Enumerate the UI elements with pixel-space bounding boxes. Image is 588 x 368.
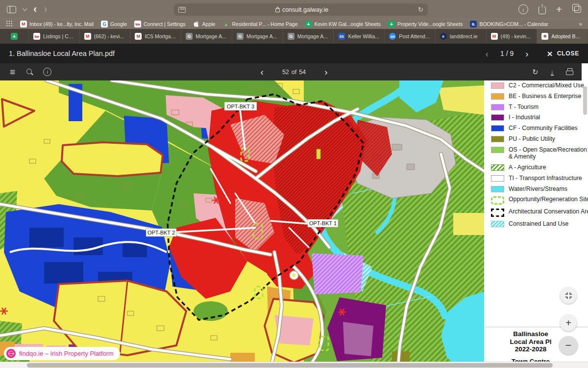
legend-item: CF - Community Facilities [491, 125, 588, 132]
bookmark-sheets[interactable]: +Property Vide...oogle Sheets [388, 21, 463, 27]
findqo-watermark: findqo.ie – Irish Property Platform [4, 347, 120, 360]
legend-label-line: I - Industrial [509, 114, 540, 121]
legend-label-line: CF - Community Facilities [509, 125, 578, 132]
bookmark-kw[interactable]: kwConnect | Settings [134, 21, 186, 28]
legend-label-line: Constrained Land Use [509, 220, 568, 228]
legend-label: Water/Rivers/Streams [509, 185, 567, 193]
horizontal-scrollbar-thumb[interactable] [27, 363, 553, 368]
bookmark-apple[interactable]: Apple [193, 20, 216, 28]
legend-label: Architectural Conservation Area [509, 208, 588, 215]
bookmark-tree[interactable]: ▲Residential P... - Home Page [222, 21, 297, 27]
forward-button[interactable]: › [44, 0, 47, 19]
legend-label: PU - Public Utility [509, 135, 555, 143]
tab-mortgage-a[interactable]: GMortgage A... [232, 29, 283, 44]
pdf-page-content: OPT-BKT 3 OPT-BKT 2 OPT-BKT 1 findqo.ie … [0, 80, 588, 368]
doc-next-icon[interactable]: › [525, 49, 528, 58]
pdf-toolbar: ≡ i ‹ 52 of 54 › ↻ ↓ [0, 63, 588, 80]
share-icon[interactable]: ↑ [539, 6, 546, 14]
tab-post-attende[interactable]: zmPost Attende... [385, 29, 436, 44]
legend-label: TI - Transport Infrastructure [509, 175, 582, 182]
download-icon[interactable]: ↓ [551, 68, 554, 76]
reader-icon[interactable] [178, 7, 186, 13]
new-tab-button[interactable]: + [556, 3, 562, 15]
url-text: consult.galway.ie [282, 6, 328, 13]
legend-label-line: & Amenity [509, 153, 587, 160]
tab-mortgage-a[interactable]: GMortgage A... [181, 29, 232, 44]
horizontal-scrollbar[interactable] [0, 362, 588, 368]
legend-label: T - Tourism [509, 104, 539, 111]
tab-ics-mortgag[interactable]: MICS Mortgag... [130, 29, 181, 44]
page-next-icon[interactable]: › [324, 67, 327, 77]
legend-item: PU - Public Utility [491, 135, 588, 143]
legend-item: I - Industrial [491, 114, 588, 121]
fit-screen-button[interactable] [560, 287, 577, 304]
page-current: 52 [282, 69, 289, 76]
nav-right-group: ↓ ↑ + [518, 0, 581, 19]
legend-label-line: TI - Transport Infrastructure [509, 175, 582, 182]
page-prev-icon[interactable]: ‹ [261, 67, 264, 77]
adopted-icon: ❖ [541, 33, 548, 40]
reload-icon[interactable]: ↻ [418, 6, 423, 13]
bookmark-label: Property Vide...oogle Sheets [397, 21, 463, 27]
tab-adopted-ball[interactable]: ❖Adopted Ball... [537, 29, 588, 44]
tab-strip: +kwListings | Co...M(662) - kevi...MICS … [0, 29, 588, 44]
downloads-icon[interactable]: ↓ [518, 4, 528, 14]
ed-icon: ED [338, 33, 345, 40]
tab-keller-willia[interactable]: EDKeller Willia... [334, 29, 385, 44]
tab-label: Mortgage A... [297, 33, 328, 39]
tab-overview-icon[interactable] [574, 6, 581, 13]
gmail-icon: M [135, 33, 142, 40]
opt-bkt-2-label: OPT-BKT 2 [147, 230, 175, 236]
close-button[interactable]: × CLOSE [547, 49, 579, 58]
tab-label: (49) - kevin... [501, 33, 531, 39]
tab-49-kevin[interactable]: M(49) - kevin... [487, 29, 538, 44]
legend-item: BE - Business & Enterprise [491, 93, 588, 100]
tab-label: Listings | Co... [43, 33, 75, 39]
bookmark-grid[interactable] [6, 20, 13, 28]
legend-label: Constrained Land Use [509, 220, 568, 228]
bookmarks-overflow-icon[interactable]: » [579, 21, 582, 27]
zoom-out-button[interactable]: − [559, 336, 578, 355]
address-bar[interactable]: consult.galway.ie ↻ [174, 3, 428, 16]
bookmark-booking[interactable]: B.BOOKING>COM... - Calendar [470, 21, 548, 28]
print-icon[interactable] [566, 70, 573, 76]
legend-item: T - Tourism [491, 104, 588, 111]
tab-mortgage-a[interactable]: GMortgage A... [283, 29, 334, 44]
info-icon[interactable]: i [43, 68, 51, 76]
menu-icon[interactable]: ≡ [10, 67, 15, 77]
doc-prev-icon[interactable]: ‹ [486, 49, 489, 58]
tab-662-kevi[interactable]: M(662) - kevi... [80, 29, 131, 44]
legend-label: Opportunity/Regeneration Site [509, 196, 588, 203]
zoning-map[interactable]: OPT-BKT 3 OPT-BKT 2 OPT-BKT 1 findqo.ie … [0, 80, 484, 368]
legend-item: A - Agriculture [491, 164, 588, 171]
legend-swatch-solid [491, 186, 504, 192]
legend-swatch-solid [491, 136, 504, 142]
search-icon[interactable] [26, 69, 32, 74]
legend-panel: C2 - Commercial/Mixed UseBE - Business &… [484, 80, 588, 368]
legend-label-line: OS - Open Space/Recreation [509, 146, 587, 154]
legend-label: I - Industrial [509, 114, 540, 121]
zone-tourism [312, 253, 364, 294]
legend-swatch-outline [491, 175, 504, 182]
tab-landdirect-ie[interactable]: landdirect.ie [436, 29, 487, 44]
pdf-overlay-header: 1. Ballinasloe Local Area Plan.pdf ‹ 1 /… [0, 44, 588, 63]
rotate-icon[interactable]: ↻ [532, 68, 539, 77]
tab-listings-co[interactable]: kwListings | Co... [29, 29, 80, 44]
bookmark-label: BOOKING>COM... - Calendar [479, 21, 548, 27]
bookmark-google[interactable]: GGoogle [101, 21, 127, 27]
bookmark-sheets[interactable]: +Kevin KW Gal...oogle Sheets [305, 21, 381, 27]
close-icon: × [547, 49, 553, 58]
legend-item: Water/Rivers/Streams [491, 185, 588, 193]
legend-label-line: C2 - Commercial/Mixed Use [509, 82, 584, 89]
tree-icon: ▲ [222, 21, 229, 27]
gdoc-icon: G [186, 33, 193, 40]
tab-sheets-0[interactable]: + [0, 29, 29, 44]
bookmark-gmail[interactable]: MInbox (49) - ke...lty, Inc. Mail [20, 21, 94, 27]
bookmark-label: Kevin KW Gal...oogle Sheets [315, 21, 381, 27]
sidebar-icon[interactable] [7, 6, 16, 13]
vertical-scrollbar-thumb[interactable] [583, 86, 587, 115]
chevron-down-icon[interactable] [23, 6, 27, 11]
gmail-icon: M [491, 33, 498, 40]
zoom-in-button[interactable]: + [560, 315, 577, 331]
back-button[interactable]: ‹ [33, 0, 37, 19]
